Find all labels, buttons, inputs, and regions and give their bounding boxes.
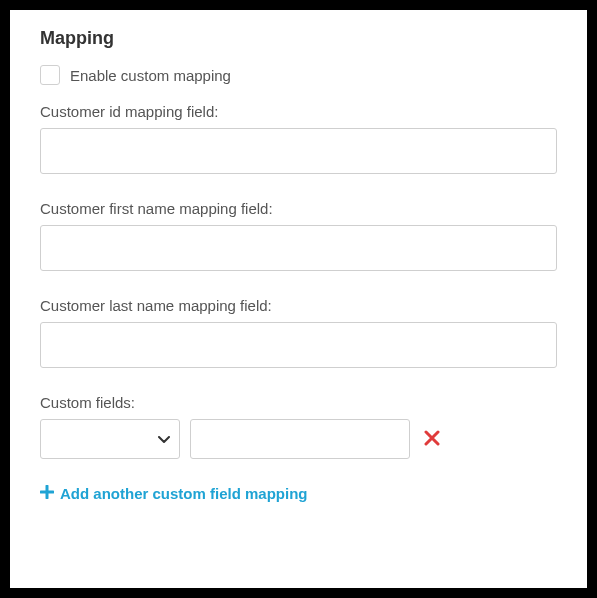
customer-first-name-label: Customer first name mapping field: — [40, 200, 557, 217]
add-custom-field-mapping-label: Add another custom field mapping — [60, 485, 308, 502]
custom-field-row — [40, 419, 557, 459]
remove-custom-field-button[interactable] — [420, 425, 444, 453]
custom-field-value-input[interactable] — [190, 419, 410, 459]
enable-custom-mapping-label: Enable custom mapping — [70, 67, 231, 84]
customer-id-label: Customer id mapping field: — [40, 103, 557, 120]
customer-first-name-input[interactable] — [40, 225, 557, 271]
plus-icon — [40, 485, 54, 502]
customer-id-field-group: Customer id mapping field: — [40, 103, 557, 174]
customer-last-name-input[interactable] — [40, 322, 557, 368]
custom-field-select-wrap — [40, 419, 180, 459]
custom-field-select[interactable] — [40, 419, 180, 459]
enable-custom-mapping-checkbox[interactable] — [40, 65, 60, 85]
enable-custom-mapping-row: Enable custom mapping — [40, 65, 557, 85]
customer-last-name-label: Customer last name mapping field: — [40, 297, 557, 314]
section-title: Mapping — [40, 28, 557, 49]
close-icon — [424, 430, 440, 446]
add-custom-field-mapping-link[interactable]: Add another custom field mapping — [40, 485, 557, 502]
mapping-panel: Mapping Enable custom mapping Customer i… — [10, 10, 587, 588]
customer-last-name-field-group: Customer last name mapping field: — [40, 297, 557, 368]
custom-fields-label: Custom fields: — [40, 394, 557, 411]
customer-first-name-field-group: Customer first name mapping field: — [40, 200, 557, 271]
customer-id-input[interactable] — [40, 128, 557, 174]
custom-fields-group: Custom fields: — [40, 394, 557, 459]
